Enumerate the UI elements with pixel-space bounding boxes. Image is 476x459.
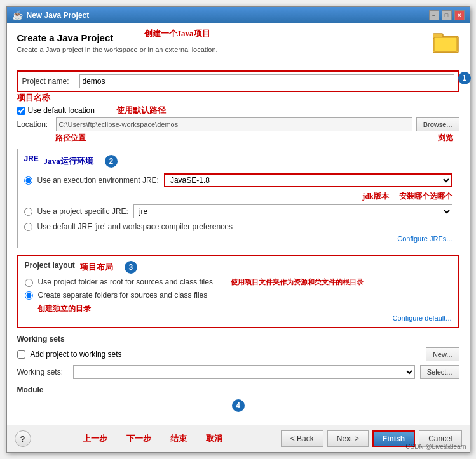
project-name-section: Project name: [17,70,459,92]
window-icon: ☕ [12,10,23,20]
project-layout-section: Project layout 项目布局 3 Use project folder… [17,255,459,328]
use-default-location-checkbox[interactable] [17,107,25,115]
jre-radio1-row: Use an execution environment JRE: JavaSE… [24,173,452,187]
layout-radio1-label: Use project folder as root for sources a… [38,277,213,286]
window-title: New Java Project [27,11,90,20]
main-content: Create a Java Project Create a Java proj… [7,23,470,425]
badge-1: 1 [458,72,471,84]
select-working-set-button[interactable]: Select... [420,365,459,379]
annotation-project-layout: 项目布局 [80,262,113,273]
location-label: Location: [17,120,52,129]
project-name-label: Project name: [22,77,79,86]
module-title: Module [17,385,459,394]
layout-section-title: Project layout [25,261,75,270]
add-to-working-sets-checkbox[interactable] [17,350,25,359]
annotation-finish: 结束 [170,433,187,444]
watermark: CSDN @Live&&learn [405,443,466,450]
browse-button[interactable]: Browse... [416,117,459,131]
working-sets-combo[interactable] [73,365,415,379]
module-section: Module 4 [17,385,459,412]
jre-radio1[interactable] [24,176,32,185]
badge-2: 2 [105,155,118,168]
help-button[interactable]: ? [15,430,31,447]
window-controls: − □ ✕ [429,10,465,20]
default-location-row: Use default location 使用默认路径 [17,105,459,116]
dialog-footer: ? 上一步 下一步 结束 取消 < Back Next > Finish Can… [7,425,470,452]
jre-radio3[interactable] [24,223,32,231]
jre-radio1-label: Use an execution environment JRE: [37,176,159,185]
jre-section-title: JRE [24,154,39,163]
back-button[interactable]: < Back [281,430,323,447]
jre-title-row: JRE Java运行环境 2 [24,154,452,168]
working-sets-add-row: Add project to working sets New... [17,347,459,361]
page-header: Create a Java Project Create a Java proj… [17,32,459,60]
annotation-default-location: 使用默认路径 [116,105,166,116]
add-to-working-sets-label: Add project to working sets [31,350,421,359]
badge-3: 3 [125,261,137,274]
layout-radio2[interactable] [25,291,33,300]
location-row: Location: Browse... [17,117,459,131]
annotation-next: 下一步 [126,433,151,444]
footer-annotations: 上一步 下一步 结束 取消 [83,433,222,444]
page-subtitle: Create a Java project in the workspace o… [17,46,218,53]
layout-radio2-row: Create separate folders for sources and … [25,291,452,300]
annotation-jre: Java运行环境 [44,156,93,167]
maximize-button[interactable]: □ [442,10,452,20]
layout-radio1[interactable] [25,279,33,287]
next-button[interactable]: Next > [327,430,369,447]
configure-jres-link[interactable]: Configure JREs... [24,235,452,243]
jre-radio2-label: Use a project specific JRE: [37,207,128,216]
layout-radio1-row: Use project folder as root for sources a… [25,277,452,287]
annotation-jdk-select: 安装哪个选哪个 [399,191,452,202]
annotation-cancel: 取消 [206,433,222,444]
annotation-root-folder: 使用项目文件夹作为资源和类文件的根目录 [231,277,364,287]
working-sets-label-row: Working sets: Select... [17,365,459,379]
title-bar: ☕ New Java Project − □ ✕ [7,7,470,23]
annotation-browse: 浏览 [438,133,453,143]
annotation-jdk-version: jdk版本 [362,191,388,202]
jre-section: JRE Java运行环境 2 Use an execution environm… [17,149,459,248]
svg-rect-2 [434,37,457,51]
annotation-separate-folders: 创建独立的目录 [37,304,91,313]
layout-title-row: Project layout 项目布局 3 [25,261,452,274]
jre-radio3-row: Use default JRE 'jre' and workspace comp… [24,222,452,231]
project-name-input[interactable] [79,74,454,88]
configure-default-link[interactable]: Configure default... [25,314,452,322]
jre-radio3-label: Use default JRE 'jre' and workspace comp… [37,222,233,231]
close-button[interactable]: ✕ [454,10,465,20]
minimize-button[interactable]: − [429,10,439,20]
working-sets-title: Working sets [17,335,459,343]
jre-radio2[interactable] [24,208,32,216]
badge-4: 4 [232,399,245,412]
page-title: Create a Java Project [17,32,218,43]
working-sets-sets-label: Working sets: [17,368,68,376]
use-default-location-label: Use default location [28,106,95,115]
jre-dropdown[interactable]: JavaSE-1.8 [164,173,452,187]
annotation-project-name: 项目名称 [17,93,50,102]
layout-radio2-label: Create separate folders for sources and … [38,291,208,300]
annotation-location: 路径位置 [55,133,86,143]
jre-radio2-row: Use a project specific JRE: jre [24,204,452,218]
folder-icon [433,31,459,56]
jre-specific-dropdown[interactable]: jre [133,204,452,218]
annotation-back: 上一步 [83,433,107,444]
new-working-set-button[interactable]: New... [426,347,459,361]
location-input[interactable] [56,117,412,131]
working-sets-section: Working sets Add project to working sets… [17,335,459,379]
